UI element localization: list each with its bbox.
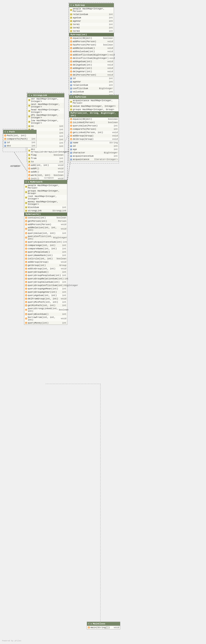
myperson-stereotype: C ▶ — [70, 96, 74, 98]
field-icon: m — [70, 118, 72, 120]
field-icon: f — [70, 27, 72, 29]
field-name: work(int, int) — [31, 174, 53, 176]
field-row: m getGroup(int) Group — [24, 264, 67, 267]
field-row: m queryValue(int, int) int — [24, 232, 67, 235]
field-row: m addValueSum(int) void — [69, 50, 114, 53]
field-name: next HashMap<Integer, Integer> — [31, 103, 63, 108]
field-name: blockSum — [28, 206, 61, 208]
field-type: Iterator<Integer> — [94, 158, 118, 161]
field-row: m delPerson(Person) void — [69, 73, 114, 76]
field-type: int — [31, 138, 36, 140]
field-name: getGroup(int) — [28, 264, 59, 266]
field-row: p id int — [69, 144, 119, 148]
field-row: m addConflictSum(BigInteger) void — [69, 53, 114, 56]
field-icon: m — [25, 322, 27, 324]
field-name: addConflictSum(BigInteger) — [73, 54, 109, 56]
field-icon: m — [25, 278, 27, 280]
field-name: queryValue(Person) — [73, 124, 113, 127]
path-properties-section: p id int p dst int — [3, 140, 36, 148]
field-type: Group — [59, 264, 66, 266]
field-icon: f — [70, 20, 72, 22]
field-name: dfn HashMap<Integer, Integer> — [31, 114, 63, 119]
field-icon: p — [70, 78, 72, 80]
field-name: groups HashMap<Integer, Group> — [28, 190, 66, 195]
field-type: void — [109, 54, 115, 56]
field-row: f acquaintance HashMap<Integer, Person> — [69, 99, 119, 104]
field-icon: m — [4, 138, 6, 140]
field-name: borrowFrom(int, int, int) — [28, 316, 60, 321]
field-row: m equals(Object) boolean — [69, 36, 114, 40]
field-type: void — [112, 131, 118, 134]
field-type: int — [109, 13, 113, 16]
field-row: f money HashMap<Integer, Integer> — [24, 200, 67, 206]
field-type: int — [62, 232, 66, 234]
class-header-mainclass: C ▶ MainClass — [87, 622, 120, 626]
field-name: add(int, int) — [31, 164, 57, 166]
field-name: head HashMap<Integer, Integer> — [31, 108, 63, 114]
field-name: addPerson(Person) — [73, 40, 107, 43]
field-icon: m — [25, 236, 27, 239]
field-row: m isCircle(int, int) boolean — [24, 257, 67, 260]
field-type: void — [108, 40, 113, 43]
field-icon: m — [25, 318, 27, 320]
field-row: m compareTo(Path) int — [3, 137, 36, 140]
field-icon: f — [70, 9, 72, 11]
field-name: isCircle(int, int) — [28, 258, 56, 260]
field-icon: f — [25, 196, 27, 198]
field-icon: f — [70, 101, 72, 103]
field-type: int — [62, 274, 66, 277]
field-type: int — [59, 145, 63, 148]
field-row: m hasPerson(Person) boolean — [69, 43, 114, 46]
field-type: int — [62, 322, 66, 324]
field-name: queryPeopleSum() — [28, 251, 61, 253]
field-name: isLinked(Person) — [73, 121, 108, 124]
field-icon: f — [25, 210, 27, 212]
field-name: term3 — [73, 30, 108, 32]
field-row: m compareName(int, int) int — [24, 247, 67, 250]
field-type: String — [109, 142, 118, 144]
field-row: f groups HashMap<Integer, Group> — [69, 108, 119, 111]
field-name: delConflictSum(BigInteger) — [73, 57, 109, 60]
field-name: queryNameRank(int) — [28, 254, 61, 256]
field-name: equals(Object) — [73, 37, 103, 40]
field-icon: f — [28, 121, 30, 123]
field-type: void — [61, 261, 66, 263]
field-type: int — [59, 135, 63, 138]
field-row: m queryGroupSum() int — [24, 270, 67, 274]
field-name: contains(int) — [28, 216, 56, 219]
field-row: p acquaintance Iterator<Integer> — [69, 158, 119, 161]
field-row: f term1 int — [69, 23, 114, 26]
create-label-path: «create» — [10, 165, 20, 168]
field-type: boolean — [54, 154, 63, 156]
field-row: m addAgeSum(int) void — [69, 60, 114, 63]
field-row: m queryConflict(int, int) BigInteger — [24, 235, 67, 240]
field-name: dcc ArrayList<ArrayList<Integer>> — [31, 148, 71, 153]
field-icon: p — [70, 88, 72, 90]
field-name: queryBlockSum() — [28, 313, 61, 316]
field-icon: f — [28, 104, 30, 106]
field-type: void — [61, 317, 66, 320]
field-icon: m — [70, 125, 72, 127]
field-type: boolean — [103, 44, 113, 46]
field-name: hasPerson(Person) — [73, 44, 103, 46]
field-row: m Path(int, int) — [3, 134, 36, 137]
field-name: addP() — [31, 167, 57, 170]
mygroup-constructor-header: MyGroup(int) — [69, 33, 114, 36]
field-icon: p — [70, 145, 72, 147]
field-type: int — [62, 304, 66, 307]
field-name: compareTo(Path) — [7, 138, 31, 140]
myperson-fields-section: f acquaintance HashMap<Integer, Person> … — [69, 99, 119, 111]
myperson-constructor-header: MyPerson(int, String, BigInteger, int) — [69, 111, 119, 117]
mynetwork-constructor-header: MyNetwork() — [24, 212, 67, 216]
field-row: p acquaintanceSum int — [69, 154, 119, 158]
field-row: m compareTo(Person) int — [69, 128, 119, 131]
field-name: addRelation(int, int, int) — [28, 226, 60, 231]
field-type: int — [109, 20, 113, 22]
field-name: value HashMap<Integer, Integer> — [73, 105, 118, 108]
field-row: f dfn HashMap<Integer, Integer> — [27, 114, 64, 119]
field-icon: m — [70, 60, 72, 62]
path-methods-section: m Path(int, int) m compareTo(Path) int — [3, 134, 36, 140]
field-icon: m — [25, 301, 27, 303]
field-type: void — [108, 50, 113, 53]
field-icon: m — [70, 135, 72, 137]
